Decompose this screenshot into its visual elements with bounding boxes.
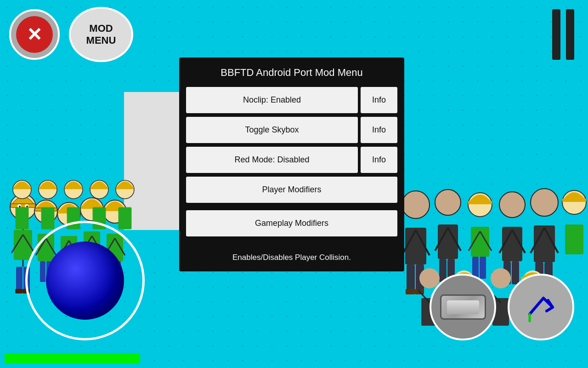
gameplay-modifiers-button[interactable]: Gameplay Modifiers [186,210,397,236]
noclip-info-button[interactable]: Info [361,87,397,113]
skybox-button[interactable]: Toggle Skybox [186,117,358,143]
turn-button[interactable] [508,274,574,340]
svg-point-105 [491,268,511,288]
svg-point-13 [26,206,28,207]
skybox-row: Toggle Skybox Info [186,117,397,143]
svg-rect-80 [480,257,486,279]
svg-rect-47 [16,207,29,229]
svg-rect-51 [39,187,57,190]
svg-rect-62 [405,228,426,264]
redmode-info-button[interactable]: Info [361,147,397,173]
svg-rect-96 [562,199,586,202]
mod-description: Enables/Disables Player Collision. [186,248,397,262]
svg-rect-9 [11,204,35,207]
pause-bar-left [552,9,560,60]
player-modifiers-button[interactable]: Player Modifiers [186,177,397,203]
svg-rect-57 [90,187,108,190]
health-bar [5,353,140,363]
gameplay-mods-row: Gameplay Modifiers [186,210,397,240]
svg-rect-54 [65,187,82,190]
noclip-button[interactable]: Noclip: Enabled [186,87,358,113]
noclip-row: Noclip: Enabled Info [186,87,397,113]
close-icon [16,16,53,53]
svg-rect-65 [407,264,415,290]
joystick-ball [46,242,124,320]
rearview-mirror-button[interactable] [430,274,496,340]
svg-rect-81 [468,201,492,204]
redmode-button[interactable]: Red Mode: Disabled [186,147,358,173]
svg-point-97 [419,268,440,288]
svg-rect-50 [41,207,55,229]
svg-rect-5 [16,267,23,290]
svg-point-12 [19,206,21,207]
svg-rect-7 [15,289,23,293]
player-mods-row: Player Modifiers [186,177,397,207]
svg-rect-67 [406,289,415,294]
mod-panel-title: BBFTD Android Port Mod Menu [186,67,397,79]
mod-menu-panel: BBFTD Android Port Mod Menu Noclip: Enab… [179,58,404,271]
svg-rect-87 [512,261,519,284]
mod-menu-label: MODMENU [86,23,116,47]
svg-rect-48 [13,187,31,190]
svg-point-82 [499,192,525,218]
mirror-icon [440,294,486,320]
svg-rect-95 [565,224,583,254]
svg-point-69 [435,190,461,215]
pause-button[interactable] [552,9,574,60]
turn-icon [523,289,560,326]
redmode-row: Red Mode: Disabled Info [186,147,397,173]
joystick-container[interactable] [25,221,145,340]
svg-point-61 [402,191,430,218]
pause-bar-right [566,9,574,60]
mod-menu-button[interactable]: MODMENU [69,7,133,62]
svg-rect-89 [534,225,555,262]
svg-rect-60 [116,187,134,190]
skybox-info-button[interactable]: Info [361,117,397,143]
svg-point-88 [531,189,558,216]
close-button[interactable] [9,9,60,60]
svg-rect-59 [119,207,132,229]
